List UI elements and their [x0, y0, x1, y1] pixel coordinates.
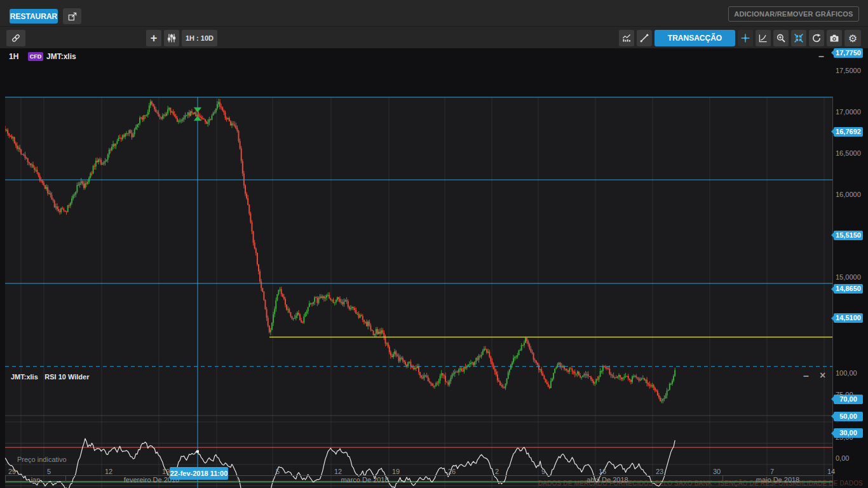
refresh-button[interactable] — [809, 30, 824, 46]
plus-icon: + — [151, 32, 158, 45]
main-interval-label: 1H — [9, 52, 18, 61]
trendline-icon — [639, 33, 649, 43]
chart-style-settings-button[interactable] — [164, 30, 179, 46]
main-panel-minimize-button[interactable]: – — [818, 52, 824, 61]
rsi-instrument-label: JMT:xlis — [11, 373, 38, 381]
crosshair-time-badge: 22-fev-2018 11:00 — [170, 467, 228, 480]
top-bar: RESTAURAR ADICIONAR/REMOVER GRÁFICOS — [0, 0, 868, 26]
chain-link-icon — [10, 32, 22, 44]
collapse-arrows-icon — [794, 33, 804, 43]
draw-trendline-button[interactable] — [637, 30, 652, 46]
settings-button[interactable]: ⚙ — [844, 30, 861, 46]
price-chart-canvas[interactable] — [0, 48, 868, 488]
add-instrument-button[interactable]: + — [146, 30, 161, 46]
add-remove-charts-button[interactable]: ADICIONAR/REMOVER GRÁFICOS — [728, 6, 859, 22]
zoom-in-icon — [776, 33, 786, 43]
crosshair-tool-button[interactable] — [738, 30, 753, 46]
rsi-close-button[interactable]: × — [820, 371, 825, 380]
indicator-curve-icon — [758, 33, 768, 43]
fit-chart-button[interactable] — [791, 30, 806, 46]
rsi-minimize-button[interactable]: – — [803, 372, 809, 381]
trade-button[interactable]: TRANSACÇÃO — [654, 30, 735, 46]
indicative-price-label: Preço indicativo — [17, 456, 67, 463]
chart-region: 1H CFD JMT:xlis – JMT:xlis RSI 10 Wilder… — [0, 48, 868, 488]
interval-range-button[interactable]: 1H : 10D — [182, 30, 217, 46]
zoom-in-button[interactable] — [773, 30, 789, 46]
snapshot-button[interactable] — [827, 30, 842, 46]
restore-button[interactable]: RESTAURAR — [10, 9, 58, 24]
data-disclaimer: DADOS DE MERCADO FORNECIDOS PELO SAXO BA… — [538, 480, 863, 487]
camera-icon — [829, 33, 839, 43]
popout-button[interactable] — [63, 8, 81, 24]
crosshair-icon — [740, 33, 750, 43]
rsi-panel-header: JMT:xlis RSI 10 Wilder — [11, 370, 89, 382]
cfd-badge: CFD — [28, 52, 43, 61]
chart-type-icon — [621, 33, 632, 43]
external-link-icon — [67, 11, 78, 22]
main-instrument-label: JMT:xlis — [46, 52, 76, 61]
gear-icon: ⚙ — [848, 32, 857, 44]
rsi-indicator-label: RSI 10 Wilder — [44, 373, 89, 381]
chart-type-button[interactable] — [619, 30, 634, 46]
link-instrument-button[interactable] — [6, 30, 25, 46]
indicators-button[interactable] — [756, 30, 771, 46]
sliders-icon — [166, 33, 177, 43]
refresh-icon — [811, 33, 822, 43]
chart-toolbar: + 1H : 10D TRANSACÇÃO — [0, 26, 868, 48]
